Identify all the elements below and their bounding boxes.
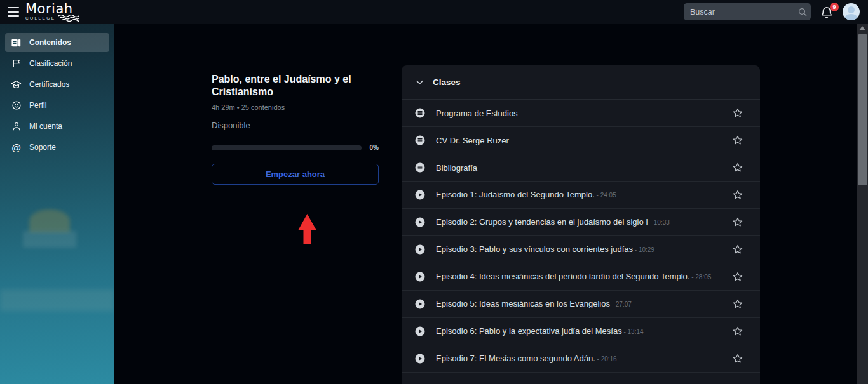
sidebar-item-label: Perfil: [29, 101, 46, 110]
document-circle-icon: [414, 135, 426, 146]
vertical-scrollbar: [857, 24, 868, 384]
document-circle-icon: [414, 107, 426, 119]
favorite-star-icon[interactable]: [732, 271, 743, 282]
sidebar-item-mi-cuenta[interactable]: Mi cuenta: [5, 117, 109, 136]
play-circle-icon: [414, 271, 426, 282]
class-duration: - 10:29: [633, 246, 654, 253]
class-title: Episodio 2: Grupos y tendencias en el ju…: [436, 217, 648, 227]
class-title: Programa de Estudios: [436, 109, 518, 118]
scrollbar-up-arrow[interactable]: [859, 26, 865, 30]
graduation-cap-icon: [11, 79, 22, 90]
class-row[interactable]: Episodio 1: Judaísmo del Segundo Templo.…: [402, 182, 760, 209]
class-duration: - 27:07: [610, 301, 632, 308]
at-icon: @: [11, 142, 22, 153]
sidebar-item-contenidos[interactable]: Contenidos: [5, 33, 109, 52]
class-row[interactable]: Episodio 3: Pablo y sus vínculos con cor…: [402, 236, 760, 263]
top-bar: Moriah COLLEGE 9: [0, 0, 868, 24]
sidebar-item-perfil[interactable]: Perfil: [5, 96, 109, 115]
sidebar-item-soporte[interactable]: @Soporte: [5, 138, 109, 157]
class-duration: - 24:05: [595, 192, 616, 199]
sidebar-item-label: Mi cuenta: [29, 122, 62, 131]
notification-badge: 9: [830, 3, 839, 11]
play-circle-icon: [414, 298, 426, 310]
class-row[interactable]: Episodio 4: Ideas mesiánicas del período…: [402, 263, 760, 291]
person-icon: [11, 121, 22, 132]
class-title: Episodio 4: Ideas mesiánicas del período…: [436, 272, 689, 281]
class-row[interactable]: Episodio 5: Ideas mesiánicas en los Evan…: [402, 291, 760, 318]
course-meta: 4h 29m • 25 contenidos: [212, 103, 379, 111]
progress-bar: [212, 145, 362, 150]
logo-name: Moriah: [25, 2, 79, 16]
course-progress: 0%: [212, 144, 379, 151]
sidebar-item-label: Contenidos: [29, 38, 71, 47]
scrollbar-thumb[interactable]: [858, 34, 867, 185]
avatar-silhouette-icon: [848, 6, 855, 13]
background-dome-image: [29, 209, 70, 232]
sidebar-item-certificados[interactable]: Certificados: [5, 75, 109, 94]
class-row[interactable]: Programa de Estudios: [402, 100, 760, 127]
favorite-star-icon[interactable]: [732, 107, 743, 119]
annotation-arrow-up: [297, 214, 317, 244]
document-circle-icon: [414, 162, 426, 173]
search-input[interactable]: [684, 8, 797, 17]
favorite-star-icon[interactable]: [732, 298, 743, 310]
notifications-button[interactable]: 9: [820, 4, 836, 20]
class-row[interactable]: Bibliografía: [402, 154, 760, 182]
class-title: Episodio 3: Pablo y sus vínculos con cor…: [436, 244, 633, 254]
sidebar-nav: ContenidosClasificaciónCertificadosPerfi…: [0, 33, 114, 159]
sidebar-item-clasificaci-n[interactable]: Clasificación: [5, 54, 109, 73]
class-row[interactable]: Episodio 7: El Mesías como segundo Adán.…: [402, 345, 760, 373]
class-row[interactable]: Episodio 2: Grupos y tendencias en el ju…: [402, 209, 760, 236]
classes-panel-title: Clases: [433, 77, 461, 87]
play-circle-icon: [414, 326, 426, 337]
sidebar-item-label: Clasificación: [29, 59, 72, 68]
sidebar: ContenidosClasificaciónCertificadosPerfi…: [0, 24, 114, 384]
progress-percent: 0%: [370, 144, 379, 151]
play-circle-icon: [414, 189, 426, 201]
classes-panel: Clases Programa de EstudiosCV Dr. Serge …: [402, 65, 760, 384]
class-title: Bibliografía: [436, 163, 477, 173]
class-title: Episodio 1: Judaísmo del Segundo Templo.: [436, 190, 595, 199]
brand-logo: Moriah COLLEGE: [25, 2, 79, 22]
class-title: Episodio 5: Ideas mesiánicas en los Evan…: [436, 299, 610, 308]
class-list: Programa de EstudiosCV Dr. Serge RuzerBi…: [402, 100, 760, 373]
favorite-star-icon[interactable]: [732, 244, 743, 255]
play-circle-icon: [414, 353, 426, 364]
class-duration: - 20:16: [595, 355, 617, 362]
sidebar-item-label: Soporte: [29, 143, 56, 152]
search-icon[interactable]: [797, 7, 808, 17]
chevron-down-icon: [415, 77, 424, 87]
course-title: Pablo, entre el Judaísmo y el Cristianis…: [212, 73, 379, 98]
class-title: Episodio 7: El Mesías como segundo Adán.: [436, 354, 595, 363]
classes-panel-header[interactable]: Clases: [402, 65, 760, 100]
favorite-star-icon[interactable]: [732, 135, 743, 146]
favorite-star-icon[interactable]: [732, 162, 743, 173]
course-status: Disponible: [212, 121, 379, 130]
search-box: [684, 3, 811, 20]
smiley-icon: [11, 100, 22, 111]
class-duration: - 28:05: [689, 274, 711, 281]
sidebar-item-label: Certificados: [29, 80, 69, 89]
play-circle-icon: [414, 244, 426, 255]
favorite-star-icon[interactable]: [732, 353, 743, 364]
favorite-star-icon[interactable]: [732, 189, 743, 201]
contents-icon: [11, 37, 22, 48]
main-content: Pablo, entre el Judaísmo y el Cristianis…: [114, 24, 857, 384]
app-screen: Moriah COLLEGE 9: [0, 0, 868, 384]
class-title: Episodio 6: Pablo y la expectativa judía…: [436, 326, 622, 336]
logo-waves-icon: [58, 15, 79, 22]
favorite-star-icon[interactable]: [732, 326, 743, 337]
course-summary: Pablo, entre el Judaísmo y el Cristianis…: [212, 73, 379, 185]
logo-subtitle: COLLEGE: [25, 16, 56, 20]
class-title: CV Dr. Serge Ruzer: [436, 136, 509, 145]
class-row[interactable]: Episodio 6: Pablo y la expectativa judía…: [402, 318, 760, 345]
class-row[interactable]: CV Dr. Serge Ruzer: [402, 127, 760, 154]
favorite-star-icon[interactable]: [732, 216, 743, 228]
play-circle-icon: [414, 216, 426, 228]
flag-icon: [11, 58, 22, 69]
hamburger-menu-icon[interactable]: [8, 7, 19, 17]
user-avatar[interactable]: [843, 3, 860, 20]
class-duration: - 10:33: [648, 219, 670, 226]
class-duration: - 13:14: [622, 328, 644, 335]
start-now-button[interactable]: Empezar ahora: [212, 164, 379, 185]
